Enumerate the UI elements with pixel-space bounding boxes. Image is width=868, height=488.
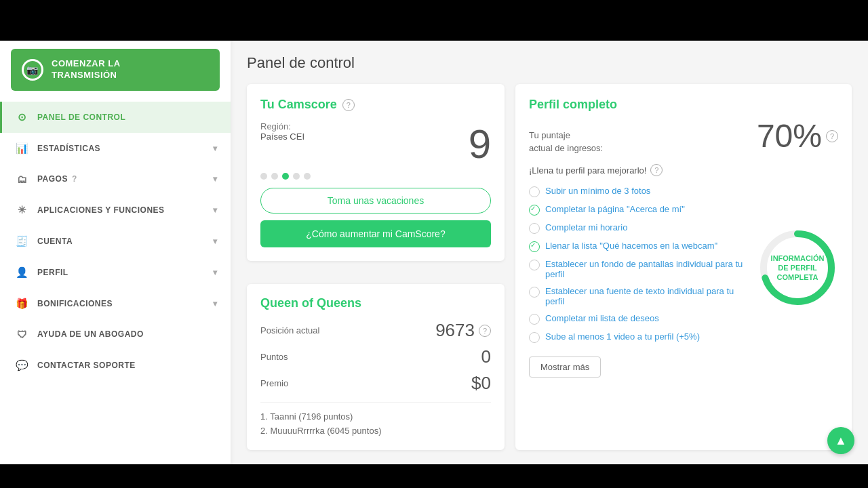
checkbox-fuente[interactable] [529,287,540,298]
profile-panel: Perfil completo Tu puntaje actual de ing… [515,84,852,450]
start-label: COMENZAR LA TRANSMISIÓN [52,58,121,80]
sidebar-label-cuenta: CUENTA [37,237,73,246]
camscore-help-icon[interactable]: ? [342,99,355,111]
sidebar-item-pagos[interactable]: 🗂PAGOS?▾ [0,164,231,195]
profile-link-fotos[interactable]: Subir un mínimo de 3 fotos [545,186,650,196]
profile-item-video: Sube al menos 1 video a tu perfil (+5%) [529,331,743,343]
circle-label: INFORMACIÓN DE PERFIL COMPLETA [770,253,825,283]
checkbox-acerca[interactable] [529,205,540,216]
nav-icon-abogado: 🛡 [16,329,29,340]
fill-profile-help-icon[interactable]: ? [650,164,663,176]
profile-item-fuente: Establecer una fuente de texto individua… [529,286,743,306]
queen-panel: Queen of Queens Posición actual 9673 ? P… [247,284,505,450]
nav-icon-panel-control: ⊙ [16,111,29,123]
sidebar-label-aplicaciones: APLICACIONES Y FUNCIONES [37,205,165,215]
profile-link-lista[interactable]: Llenar la lista "Qué hacemos en la webca… [545,241,717,251]
start-transmission-button[interactable]: 📷 COMENZAR LA TRANSMISIÓN [11,49,220,91]
checkbox-deseos[interactable] [529,314,540,325]
checkbox-fondo[interactable] [529,260,540,270]
profile-item-deseos: Completar mi lista de deseos [529,313,743,325]
profile-link-video[interactable]: Sube al menos 1 video a tu perfil (+5%) [545,331,700,342]
camscore-panel: Tu Camscore ? Región: Países CEI 9 Toma … [247,84,505,261]
leaderboard: 1. Taanni (7196 puntos)2. MuuuuRrrrrka (… [260,402,491,438]
profile-help-icon[interactable]: ? [826,130,838,142]
panels-row: Tu Camscore ? Región: Países CEI 9 Toma … [247,84,852,450]
leader-item-0: 1. Taanni (7196 puntos) [260,409,491,424]
profile-circle-chart: INFORMACIÓN DE PERFIL COMPLETA [757,227,838,308]
nav-chevron-cuenta: ▾ [213,237,218,246]
sidebar-item-bonificaciones[interactable]: 🎁BONIFICACIONES▾ [0,288,231,319]
position-value: 9673 ? [435,320,491,341]
profile-link-fuente[interactable]: Establecer una fuente de texto individua… [545,286,743,306]
nav-icon-soporte: 💬 [16,359,29,371]
profile-item-lista: Llenar la lista "Qué hacemos en la webca… [529,241,743,252]
profile-link-fondo[interactable]: Establecer un fondo de pantallas individ… [545,259,743,279]
nav-chevron-bonificaciones: ▾ [213,299,218,308]
page-title: Panel de control [247,54,852,72]
queen-title: Queen of Queens [260,296,491,310]
checkbox-video[interactable] [529,332,540,343]
sidebar-label-abogado: AYUDA DE UN ABOGADO [37,329,144,339]
nav-icon-bonificaciones: 🎁 [16,298,29,310]
camera-icon: 📷 [22,59,43,81]
queen-help-icon[interactable]: ? [479,325,491,337]
position-label: Posición actual [260,325,319,336]
profile-item-fotos: Subir un mínimo de 3 fotos [529,186,743,197]
black-bar-bottom [0,464,868,488]
sidebar-item-abogado[interactable]: 🛡AYUDA DE UN ABOGADO [0,319,231,350]
camscore-dot-4[interactable] [304,173,311,180]
checkbox-fotos[interactable] [529,186,540,197]
points-label: Puntos [260,352,288,362]
sidebar-label-bonificaciones: BONIFICACIONES [37,299,113,308]
nav-chevron-pagos: ▾ [213,174,218,184]
nav-icon-cuenta: 🧾 [16,235,29,247]
fill-profile-text: ¡Llena tu perfil para mejorarlo! ? [529,164,838,176]
sidebar-item-aplicaciones[interactable]: ✳APLICACIONES Y FUNCIONES▾ [0,195,231,226]
sidebar-item-soporte[interactable]: 💬CONTACTAR SOPORTE [0,350,231,381]
prize-label: Premio [260,378,288,388]
camscore-dot-1[interactable] [271,173,278,180]
nav-icon-aplicaciones: ✳ [16,204,29,216]
sidebar-item-panel-control[interactable]: ⊙PANEL DE CONTROL [0,102,231,133]
vacation-button[interactable]: Toma unas vacaciones [260,188,491,214]
sidebar-label-pagos: PAGOS [37,174,68,184]
sidebar-item-estadisticas[interactable]: 📊ESTADÍSTICAS▾ [0,133,231,164]
sidebar-label-estadisticas: ESTADÍSTICAS [37,144,100,153]
sidebar-nav: ⊙PANEL DE CONTROL📊ESTADÍSTICAS▾🗂PAGOS?▾✳… [0,102,231,381]
nav-icon-perfil: 👤 [16,266,29,279]
nav-help-icon-pagos[interactable]: ? [72,174,77,184]
profile-checklist: Subir un mínimo de 3 fotosCompletar la p… [529,186,743,350]
profile-title: Perfil completo [529,98,617,112]
main-content: Panel de control Tu Camscore ? Región: P… [231,41,868,464]
camscore-dot-2[interactable] [282,173,289,180]
increase-camscore-button[interactable]: ¿Cómo aumentar mi CamScore? [260,220,491,247]
show-more-button[interactable]: Mostrar más [529,357,601,378]
nav-icon-pagos: 🗂 [16,174,29,185]
profile-item-acerca: Completar la página "Acerca de mí" [529,204,743,216]
sidebar-item-perfil[interactable]: 👤PERFIL▾ [0,257,231,288]
start-button-text: COMENZAR LA TRANSMISIÓN [52,58,121,81]
sidebar-label-soporte: CONTACTAR SOPORTE [37,361,136,370]
leader-item-1: 2. MuuuuRrrrrka (6045 puntos) [260,424,491,438]
camscore-title: Tu Camscore [260,98,337,112]
scroll-top-button[interactable]: ▲ [827,427,854,454]
checkbox-lista[interactable] [529,241,540,252]
profile-item-fondo: Establecer un fondo de pantallas individ… [529,259,743,279]
profile-link-deseos[interactable]: Completar mi lista de deseos [545,313,659,323]
black-bar-top [0,0,868,41]
sidebar-item-cuenta[interactable]: 🧾CUENTA▾ [0,226,231,257]
region-value: Países CEI [260,131,304,142]
nav-icon-estadisticas: 📊 [16,142,29,155]
sidebar: 📷 COMENZAR LA TRANSMISIÓN ⊙PANEL DE CONT… [0,41,231,464]
profile-link-acerca[interactable]: Completar la página "Acerca de mí" [545,204,685,214]
sidebar-label-panel-control: PANEL DE CONTROL [37,113,125,122]
nav-chevron-aplicaciones: ▾ [213,205,218,215]
profile-percentage: 70% ? [757,117,838,155]
prize-value: $0 [471,373,491,394]
checkbox-horario[interactable] [529,223,540,234]
camscore-dot-3[interactable] [293,173,300,180]
profile-link-horario[interactable]: Completar mi horario [545,222,627,232]
nav-chevron-perfil: ▾ [213,268,218,277]
profile-score-label: Tu puntaje actual de ingresos: [529,117,603,155]
camscore-dot-0[interactable] [260,173,267,180]
